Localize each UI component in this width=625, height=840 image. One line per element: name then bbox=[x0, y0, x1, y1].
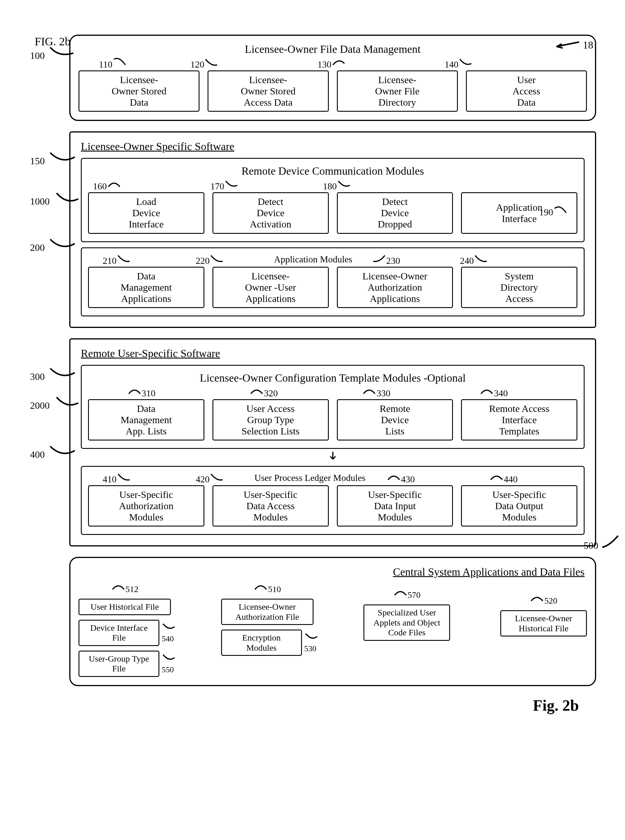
ref-550: 550 bbox=[162, 653, 176, 674]
box-user-group-type-file: User-Group Type File bbox=[79, 651, 159, 677]
box-encryption-modules: Encryption Modules bbox=[221, 630, 302, 656]
box-licensee-owner-file-directory: Licensee- Owner File Directory bbox=[337, 70, 458, 112]
ref-130: 130 bbox=[317, 58, 346, 70]
col-520: 520 Licensee-Owner Historical File bbox=[500, 594, 587, 637]
box-licensee-owner-authorization-file: Licensee-Owner Authorization File bbox=[221, 599, 314, 625]
section-title: Licensee-Owner Specific Software bbox=[81, 140, 587, 153]
ref-100: 100 bbox=[30, 45, 76, 61]
ref-210: 210 bbox=[103, 254, 131, 266]
ref-512: 512 bbox=[79, 582, 171, 594]
box-user-specific-data-input-modules: User-Specific Data Input Modules bbox=[337, 485, 453, 526]
ref-2000: 2000 bbox=[30, 394, 81, 411]
section-remote-user-specific-software: 300 2000 400 Remote User-Specific Softwa… bbox=[69, 338, 596, 547]
ref-120: 120 bbox=[190, 58, 219, 70]
section-title: Remote User-Specific Software bbox=[81, 347, 587, 360]
col-mid: 510 Licensee-Owner Authorization File En… bbox=[221, 582, 314, 656]
ref-230: 230 bbox=[372, 254, 400, 266]
box-remote-access-interface-templates: Remote Access Interface Templates bbox=[461, 399, 577, 441]
section-licensee-owner-specific-software: 150 1000 200 Licensee-Owner Specific Sof… bbox=[69, 131, 596, 328]
ref-190: 190 bbox=[539, 205, 567, 217]
box-device-interface-file: Device Interface File bbox=[79, 620, 159, 646]
box-licensee-owner-stored-access-data: Licensee- Owner Stored Access Data bbox=[208, 70, 328, 112]
box-row: User-Specific Authorization Modules User… bbox=[88, 485, 577, 526]
ref-240: 240 bbox=[460, 254, 488, 266]
leader-icon bbox=[47, 443, 76, 458]
box-row: Data Management App. Lists User Access G… bbox=[88, 399, 577, 441]
ref-400: 400 bbox=[30, 443, 76, 460]
central-layout: 512 User Historical File Device Interfac… bbox=[79, 582, 587, 677]
ref-row: 410 420 User Process Ledger Modules 430 … bbox=[88, 472, 577, 485]
ref-160: 160 bbox=[93, 180, 121, 192]
box-user-historical-file: User Historical File bbox=[79, 599, 171, 615]
section-file-data-management: 100 Licensee-Owner File Data Management … bbox=[69, 35, 596, 121]
figure-page: FIG. 2b 18 100 Licensee-Owner File Data … bbox=[12, 35, 613, 714]
subsection-user-process-ledger: 410 420 User Process Ledger Modules 430 … bbox=[81, 466, 585, 535]
figure-label-bottom: Fig. 2b bbox=[12, 697, 613, 714]
section-title: Central System Applications and Data Fil… bbox=[79, 565, 585, 578]
down-arrow-icon bbox=[79, 451, 587, 464]
section-central-system: Central System Applications and Data Fil… bbox=[69, 557, 596, 686]
ref-330: 330 bbox=[362, 387, 390, 399]
box-licensee-owner-stored-data: Licensee- Owner Stored Data bbox=[79, 70, 199, 112]
box-remote-device-lists: Remote Device Lists bbox=[337, 399, 453, 441]
col-left: 512 User Historical File Device Interfac… bbox=[79, 582, 171, 677]
box-system-directory-access: System Directory Access bbox=[461, 267, 577, 308]
ref-140: 140 bbox=[445, 58, 473, 70]
ref-row: 210 220 Application Modules 230 240 bbox=[88, 254, 577, 267]
ref-310: 310 bbox=[127, 387, 155, 399]
leader-icon bbox=[47, 45, 76, 59]
box-user-access-group-type-selection-lists: User Access Group Type Selection Lists bbox=[213, 399, 329, 441]
box-licensee-owner-authorization-applications: Licensee-Owner Authorization Application… bbox=[337, 267, 453, 308]
ref-300: 300 bbox=[30, 365, 76, 382]
ref-110: 110 bbox=[99, 58, 127, 70]
ref-320: 320 bbox=[249, 387, 278, 399]
subsection-remote-device-comm: Remote Device Communication Modules 160 … bbox=[81, 158, 585, 242]
subsection-config-templates: Licensee-Owner Configuration Template Mo… bbox=[81, 365, 585, 449]
box-row: Data Management Applications Licensee- O… bbox=[88, 267, 577, 308]
ref-420: 420 bbox=[196, 472, 224, 484]
ref-510: 510 bbox=[221, 582, 314, 594]
col-570: 570 Specialized User Applets and Object … bbox=[364, 588, 450, 641]
subsection-title: Remote Device Communication Modules bbox=[88, 165, 577, 177]
ref-570: 570 bbox=[364, 588, 450, 600]
ref-410: 410 bbox=[103, 472, 131, 484]
box-row: Licensee- Owner Stored Data Licensee- Ow… bbox=[79, 70, 587, 112]
box-data-management-applications: Data Management Applications bbox=[88, 267, 204, 308]
ref-170: 170 bbox=[210, 180, 239, 192]
box-user-specific-data-access-modules: User-Specific Data Access Modules bbox=[213, 485, 329, 526]
subsection-title: Licensee-Owner Configuration Template Mo… bbox=[88, 371, 577, 384]
leader-icon bbox=[52, 394, 81, 409]
box-detect-device-activation: Detect Device Activation bbox=[213, 192, 329, 233]
ref-430: 430 bbox=[387, 472, 415, 484]
leader-icon bbox=[47, 365, 76, 380]
box-user-access-data: User Access Data bbox=[466, 70, 587, 112]
leader-icon bbox=[47, 150, 76, 164]
ref-530: 530 bbox=[304, 632, 319, 653]
box-detect-device-dropped: Detect Device Dropped bbox=[337, 192, 453, 233]
subsection-application-modules: 210 220 Application Modules 230 240 Data… bbox=[81, 247, 585, 317]
ref-220: 220 bbox=[196, 254, 224, 266]
box-data-management-app-lists: Data Management App. Lists bbox=[88, 399, 204, 441]
box-specialized-user-applets: Specialized User Applets and Object Code… bbox=[364, 604, 450, 641]
ref-row: 110 120 130 140 bbox=[79, 58, 587, 70]
leader-icon bbox=[52, 190, 81, 205]
ref-440: 440 bbox=[489, 472, 518, 484]
box-load-device-interface: Load Device Interface bbox=[88, 192, 204, 233]
ref-500: 500 bbox=[584, 534, 621, 551]
ref-180: 180 bbox=[323, 180, 351, 192]
ref-520: 520 bbox=[500, 594, 587, 606]
ref-row: 160 170 180 190 bbox=[88, 180, 577, 192]
subsection-title: Application Modules bbox=[274, 254, 352, 265]
leader-icon bbox=[601, 534, 621, 549]
ref-row: 310 320 330 340 bbox=[88, 387, 577, 399]
ref-540: 540 bbox=[162, 623, 176, 643]
leader-icon bbox=[47, 236, 76, 251]
ref-340: 340 bbox=[479, 387, 508, 399]
section-title: Licensee-Owner File Data Management bbox=[79, 43, 587, 56]
ref-150: 150 bbox=[30, 150, 76, 166]
ref-200: 200 bbox=[30, 236, 76, 253]
box-licensee-owner-user-applications: Licensee- Owner -User Applications bbox=[213, 267, 329, 308]
diagram-stack: 100 Licensee-Owner File Data Management … bbox=[69, 35, 596, 686]
subsection-title: User Process Ledger Modules bbox=[254, 472, 365, 483]
box-row: Load Device Interface Detect Device Acti… bbox=[88, 192, 577, 233]
